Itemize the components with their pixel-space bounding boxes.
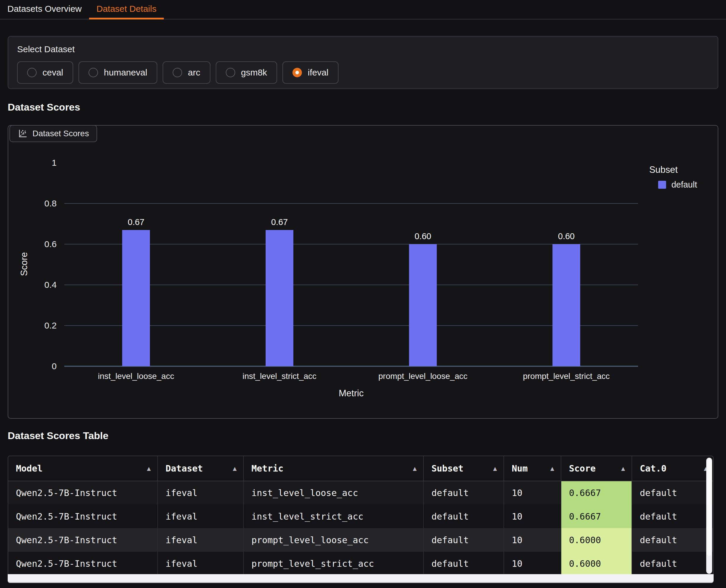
table-row: Qwen2.5-7B-Instruct ifeval prompt_level_… <box>8 552 713 575</box>
cell-cat0[interactable]: default <box>632 505 713 528</box>
chart-panel-tab-label: Dataset Scores <box>33 129 89 138</box>
bar-group: 0.60 prompt_level_strict_acc <box>495 163 638 366</box>
cell-metric[interactable]: inst_level_loose_acc <box>243 481 424 505</box>
dataset-scores-chart-panel: Dataset Scores Score 1 0.8 0.6 0.4 0.2 0… <box>8 125 718 419</box>
cell-num[interactable]: 10 <box>504 552 561 575</box>
y-tick-label: 1 <box>52 158 57 168</box>
radio-option-gsm8k[interactable]: gsm8k <box>216 61 277 84</box>
sort-ascending-icon[interactable]: ▲ <box>233 465 237 472</box>
radio-icon <box>226 68 235 77</box>
radio-label: humaneval <box>104 67 147 78</box>
radio-icon <box>27 68 37 77</box>
cell-subset[interactable]: default <box>424 481 504 505</box>
bar-prompt-level-strict-acc[interactable] <box>552 244 580 366</box>
column-label: Subset <box>431 463 463 474</box>
dataset-scores-table: Model▲ Dataset▲ Metric▲ Subset▲ Num▲ Sco… <box>8 456 713 575</box>
column-header-score[interactable]: Score▲ <box>561 456 632 481</box>
dataset-scores-table-heading: Dataset Scores Table <box>8 430 108 441</box>
bar-chart-plot-area: 1 0.8 0.6 0.4 0.2 0 0.67 inst_level_loos… <box>64 163 638 366</box>
legend-title: Subset <box>649 165 697 175</box>
cell-model[interactable]: Qwen2.5-7B-Instruct <box>8 481 158 505</box>
cell-cat0[interactable]: default <box>632 481 713 505</box>
legend-swatch-icon <box>658 181 666 189</box>
column-header-subset[interactable]: Subset▲ <box>424 456 504 481</box>
x-tick-label: prompt_level_loose_acc <box>351 372 495 381</box>
sort-ascending-icon[interactable]: ▲ <box>147 465 151 472</box>
cell-num[interactable]: 10 <box>504 481 561 505</box>
column-header-dataset[interactable]: Dataset▲ <box>158 456 243 481</box>
table-row: Qwen2.5-7B-Instruct ifeval prompt_level_… <box>8 528 713 552</box>
bar-group: 0.60 prompt_level_loose_acc <box>351 163 495 366</box>
bar-value-label: 0.60 <box>558 231 574 241</box>
horizontal-scrollbar[interactable] <box>8 574 713 583</box>
cell-model[interactable]: Qwen2.5-7B-Instruct <box>8 528 158 552</box>
cell-metric[interactable]: prompt_level_strict_acc <box>243 552 424 575</box>
column-label: Num <box>512 463 528 474</box>
cell-dataset[interactable]: ifeval <box>158 552 243 575</box>
radio-option-ceval[interactable]: ceval <box>17 61 73 84</box>
sort-ascending-icon[interactable]: ▲ <box>621 465 625 472</box>
radio-option-humaneval[interactable]: humaneval <box>79 61 157 84</box>
table-header-row: Model▲ Dataset▲ Metric▲ Subset▲ Num▲ Sco… <box>8 456 713 481</box>
radio-label: ifeval <box>308 67 328 78</box>
cell-score[interactable]: 0.6667 <box>561 481 632 505</box>
legend-entry-default[interactable]: default <box>658 180 697 190</box>
legend-entry-label: default <box>671 180 697 190</box>
bar-value-label: 0.67 <box>128 217 144 227</box>
column-label: Metric <box>251 463 283 474</box>
x-tick-label: inst_level_strict_acc <box>208 372 351 381</box>
cell-score[interactable]: 0.6000 <box>561 528 632 552</box>
cell-metric[interactable]: inst_level_strict_acc <box>243 505 424 528</box>
vertical-scrollbar[interactable] <box>706 458 712 574</box>
y-tick-label: 0.6 <box>44 239 57 249</box>
sort-ascending-icon[interactable]: ▲ <box>550 465 554 472</box>
radio-selected-icon <box>293 68 302 77</box>
column-label: Model <box>16 463 42 474</box>
cell-subset[interactable]: default <box>424 505 504 528</box>
cell-dataset[interactable]: ifeval <box>158 505 243 528</box>
column-label: Dataset <box>165 463 203 474</box>
y-tick-label: 0.2 <box>44 320 57 331</box>
cell-score[interactable]: 0.6000 <box>561 552 632 575</box>
chart-panel-tab[interactable]: Dataset Scores <box>9 125 97 142</box>
cell-dataset[interactable]: ifeval <box>158 528 243 552</box>
cell-model[interactable]: Qwen2.5-7B-Instruct <box>8 552 158 575</box>
bar-value-label: 0.60 <box>415 231 431 241</box>
select-dataset-panel: Select Dataset ceval humaneval arc gsm8k… <box>8 36 718 89</box>
y-axis-title: Score <box>15 223 33 306</box>
radio-label: ceval <box>42 67 63 78</box>
cell-score[interactable]: 0.6667 <box>561 505 632 528</box>
column-header-model[interactable]: Model▲ <box>8 456 158 481</box>
scatter-plot-icon <box>18 129 28 139</box>
bar-inst-level-strict-acc[interactable] <box>266 230 294 366</box>
sort-ascending-icon[interactable]: ▲ <box>493 465 497 472</box>
radio-label: gsm8k <box>241 67 267 78</box>
table-row: Qwen2.5-7B-Instruct ifeval inst_level_st… <box>8 505 713 528</box>
cell-subset[interactable]: default <box>424 528 504 552</box>
x-axis-title: Metric <box>64 388 638 399</box>
cell-cat0[interactable]: default <box>632 552 713 575</box>
column-header-cat0[interactable]: Cat.0▲ <box>632 456 713 481</box>
top-tab-bar: Datasets Overview Dataset Details <box>0 0 726 19</box>
bar-inst-level-loose-acc[interactable] <box>122 230 150 366</box>
radio-icon <box>88 68 98 77</box>
column-header-metric[interactable]: Metric▲ <box>243 456 424 481</box>
column-label: Score <box>569 463 596 474</box>
select-dataset-label: Select Dataset <box>17 44 709 54</box>
tab-datasets-overview[interactable]: Datasets Overview <box>0 0 89 19</box>
vertical-scrollbar-thumb[interactable] <box>707 459 711 556</box>
bar-prompt-level-loose-acc[interactable] <box>409 244 437 366</box>
radio-option-arc[interactable]: arc <box>163 61 210 84</box>
tab-dataset-details[interactable]: Dataset Details <box>89 0 164 19</box>
sort-ascending-icon[interactable]: ▲ <box>413 465 417 472</box>
cell-metric[interactable]: prompt_level_loose_acc <box>243 528 424 552</box>
cell-num[interactable]: 10 <box>504 505 561 528</box>
column-header-num[interactable]: Num▲ <box>504 456 561 481</box>
cell-cat0[interactable]: default <box>632 528 713 552</box>
radio-option-ifeval[interactable]: ifeval <box>282 61 339 84</box>
cell-model[interactable]: Qwen2.5-7B-Instruct <box>8 505 158 528</box>
cell-dataset[interactable]: ifeval <box>158 481 243 505</box>
cell-num[interactable]: 10 <box>504 528 561 552</box>
dataset-options-row: ceval humaneval arc gsm8k ifeval <box>17 61 709 84</box>
cell-subset[interactable]: default <box>424 552 504 575</box>
